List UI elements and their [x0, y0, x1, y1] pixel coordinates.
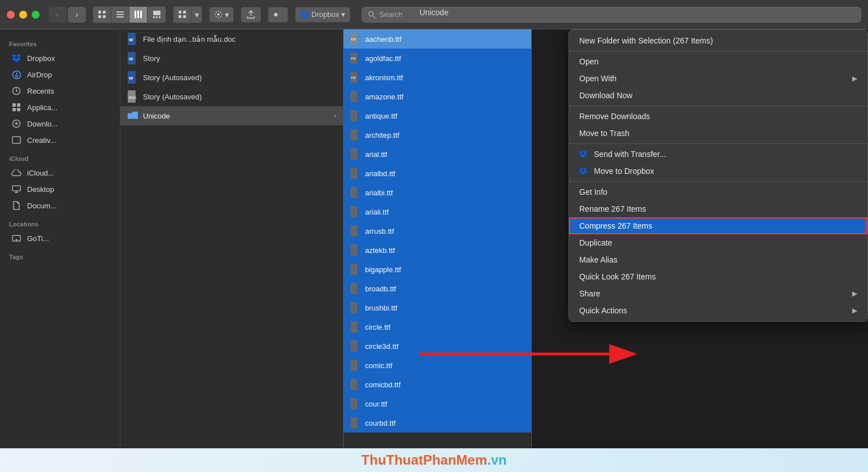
- nav-buttons: ‹ ›: [49, 7, 86, 23]
- file-item-selected[interactable]: aztekb.ttf: [344, 241, 531, 260]
- file-item[interactable]: W Story: [120, 49, 343, 68]
- file-name: comic.ttf: [365, 361, 392, 370]
- file-name: broadb.ttf: [365, 285, 396, 293]
- svg-rect-12: [156, 16, 158, 18]
- gear-button[interactable]: ▾: [209, 7, 234, 23]
- context-menu-duplicate[interactable]: Duplicate: [569, 234, 867, 251]
- desktop-icon: [11, 184, 21, 194]
- context-menu-share[interactable]: Share ▶: [569, 285, 867, 302]
- close-button[interactable]: [7, 11, 15, 19]
- context-menu-open[interactable]: Open: [569, 53, 867, 70]
- svg-text:W: W: [129, 37, 133, 42]
- watermark: ThuThuatPhanMem.vn: [0, 448, 868, 472]
- ttf-icon: TTF: [349, 51, 361, 65]
- svg-rect-17: [183, 15, 186, 18]
- context-menu-send-transfer[interactable]: Send with Transfer...: [569, 146, 867, 163]
- context-menu-move-to-dropbox[interactable]: Move to Dropbox: [569, 163, 867, 180]
- submenu-arrow-icon: ▶: [852, 307, 857, 314]
- tags-header: Tags: [0, 247, 120, 263]
- arrow-annotation: [420, 337, 646, 373]
- unicode-folder-item[interactable]: Unicode ›: [120, 106, 343, 125]
- creative-label: Creativ...: [27, 136, 56, 145]
- sidebar-item-goti[interactable]: GoTi...: [2, 230, 118, 246]
- icon-view-button[interactable]: [93, 7, 111, 23]
- sidebar-item-icloud[interactable]: iCloud...: [2, 165, 118, 181]
- sidebar-item-desktop[interactable]: Desktop: [2, 181, 118, 197]
- context-menu-rename[interactable]: Rename 267 Items: [569, 200, 867, 217]
- file-item-selected[interactable]: circle.ttf: [344, 317, 531, 336]
- compress-label: Compress 267 Items: [579, 221, 652, 230]
- file-name: courbd.ttf: [365, 419, 396, 427]
- file-name: architep.ttf: [365, 131, 400, 139]
- file-item-selected[interactable]: TTF akronism.ttf: [344, 68, 531, 87]
- back-button[interactable]: ‹: [49, 7, 67, 23]
- svg-rect-53: [350, 168, 357, 179]
- file-item-selected[interactable]: comicbd.ttf: [344, 375, 531, 394]
- view-options-arrow[interactable]: ▾: [192, 7, 202, 23]
- file-item-selected[interactable]: arialbd.ttf: [344, 164, 531, 183]
- sidebar-item-creative[interactable]: Creativ...: [2, 132, 118, 148]
- maximize-button[interactable]: [32, 11, 40, 19]
- sidebar-item-airdrop[interactable]: AirDrop: [2, 67, 118, 82]
- file-item-selected[interactable]: courbd.ttf: [344, 413, 531, 432]
- file-item-selected[interactable]: arrusb.ttf: [344, 221, 531, 241]
- context-menu-quick-actions[interactable]: Quick Actions ▶: [569, 302, 867, 319]
- ttf-icon: TTF: [349, 32, 361, 46]
- svg-point-34: [16, 239, 17, 241]
- separator: [569, 106, 867, 106]
- file-item-selected[interactable]: cour.ttf: [344, 394, 531, 413]
- quick-look-label: Quick Look 267 Items: [579, 272, 656, 281]
- context-menu-remove-downloads[interactable]: Remove Downloads: [569, 108, 867, 125]
- list-view-button[interactable]: [111, 7, 129, 23]
- file-item-selected[interactable]: bigapple.ttf: [344, 260, 531, 279]
- downloads-icon: [11, 119, 21, 129]
- svg-rect-55: [350, 206, 357, 217]
- file-item-selected[interactable]: ariali.ttf: [344, 202, 531, 221]
- context-menu-move-to-trash[interactable]: Move to Trash: [569, 125, 867, 142]
- forward-button[interactable]: ›: [68, 7, 86, 23]
- context-menu-get-info[interactable]: Get Info: [569, 183, 867, 200]
- context-menu-make-alias[interactable]: Make Alias: [569, 251, 867, 268]
- sidebar-item-recents[interactable]: Recents: [2, 83, 118, 99]
- share-button[interactable]: [241, 7, 261, 23]
- creative-icon: [11, 135, 21, 145]
- file-item-selected[interactable]: architep.ttf: [344, 125, 531, 145]
- file-item-selected[interactable]: TTF aachenb.ttf: [344, 29, 531, 49]
- share-label: Share: [579, 289, 600, 298]
- sidebar-item-downloads[interactable]: Downlo...: [2, 116, 118, 132]
- svg-text:TTF: TTF: [351, 38, 356, 41]
- tag-button[interactable]: [268, 7, 288, 23]
- file-item[interactable]: DOC Story (Autosaved): [120, 87, 343, 106]
- column-view-button[interactable]: [129, 7, 147, 23]
- sidebar-item-documents[interactable]: Docum...: [2, 198, 118, 213]
- sidebar-item-applications[interactable]: Applica...: [2, 99, 118, 115]
- svg-rect-52: [350, 148, 357, 160]
- context-menu-download-now[interactable]: Download Now: [569, 87, 867, 104]
- svg-rect-27: [17, 108, 20, 111]
- gallery-view-button[interactable]: [147, 7, 166, 23]
- applications-icon: [11, 102, 21, 112]
- file-item-selected[interactable]: amazone.ttf: [344, 87, 531, 106]
- file-item-selected[interactable]: arialbi.ttf: [344, 183, 531, 202]
- new-folder-label: New Folder with Selection (267 Items): [579, 36, 713, 45]
- view-options-button[interactable]: [173, 7, 192, 23]
- svg-rect-24: [12, 103, 16, 107]
- context-menu-new-folder[interactable]: New Folder with Selection (267 Items): [569, 32, 867, 49]
- file-item-selected[interactable]: arial.ttf: [344, 145, 531, 164]
- file-item-selected[interactable]: broadb.ttf: [344, 279, 531, 298]
- duplicate-label: Duplicate: [579, 238, 612, 247]
- file-item[interactable]: W File định dạn...bản mẫu.doc: [120, 29, 343, 49]
- word-doc-icon: W: [127, 32, 138, 46]
- context-menu-compress[interactable]: Compress 267 Items: [569, 217, 867, 234]
- file-item-selected[interactable]: TTF agoldfac.ttf: [344, 49, 531, 68]
- sidebar-item-dropbox[interactable]: Dropbox: [2, 50, 118, 66]
- file-item[interactable]: W Story (Autosaved): [120, 68, 343, 87]
- context-menu-quick-look[interactable]: Quick Look 267 Items: [569, 268, 867, 285]
- dropbox-toolbar-button[interactable]: Dropbox ▾: [295, 7, 350, 23]
- minimize-button[interactable]: [19, 11, 27, 19]
- file-item-selected[interactable]: brushbi.ttf: [344, 298, 531, 317]
- context-menu-open-with[interactable]: Open With ▶: [569, 70, 867, 87]
- desktop-label: Desktop: [27, 185, 54, 194]
- file-item-selected[interactable]: antique.ttf: [344, 106, 531, 125]
- svg-rect-26: [12, 108, 16, 111]
